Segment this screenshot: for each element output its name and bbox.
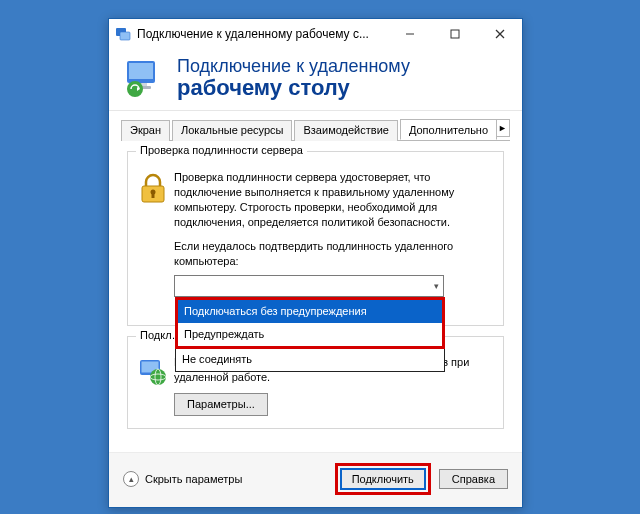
globe-monitor-icon (138, 355, 174, 416)
svg-rect-7 (129, 63, 153, 79)
rdp-logo-icon (123, 57, 167, 101)
minimize-button[interactable] (387, 19, 432, 49)
help-button[interactable]: Справка (439, 469, 508, 489)
svg-point-10 (127, 81, 143, 97)
auth-option-connect-no-warning[interactable]: Подключаться без предупреждения (178, 300, 442, 323)
hide-options-toggle[interactable]: ▴ Скрыть параметры (123, 471, 242, 487)
hide-options-label: Скрыть параметры (145, 473, 242, 485)
gateway-settings-button[interactable]: Параметры... (174, 393, 268, 416)
app-icon (115, 26, 131, 42)
chevron-up-icon: ▴ (123, 471, 139, 487)
auth-action-combo[interactable]: ▾ Подключаться без предупреждения Предуп… (174, 275, 444, 297)
tab-experience[interactable]: Взаимодействие (294, 120, 397, 141)
window-buttons (387, 19, 522, 49)
banner-line1: Подключение к удаленному (177, 57, 410, 77)
banner-line2: рабочему столу (177, 76, 410, 100)
banner-text: Подключение к удаленному рабочему столу (177, 57, 410, 101)
lock-icon (138, 170, 174, 297)
svg-rect-1 (120, 32, 130, 40)
auth-description: Проверка подлинности сервера удостоверяе… (174, 171, 454, 228)
tab-display[interactable]: Экран (121, 120, 170, 141)
tab-advanced[interactable]: Дополнительно (400, 119, 497, 140)
auth-option-warn[interactable]: Предупреждать (178, 323, 442, 346)
group-server-auth-legend: Проверка подлинности сервера (136, 144, 307, 156)
dialog-footer: ▴ Скрыть параметры Подключить Справка (109, 452, 522, 507)
rdp-dialog: Подключение к удаленному рабочему с... (108, 18, 523, 508)
svg-point-16 (150, 369, 166, 385)
titlebar: Подключение к удаленному рабочему с... (109, 19, 522, 49)
auth-action-dropdown: Подключаться без предупреждения Предупре… (175, 297, 445, 372)
svg-rect-3 (451, 30, 459, 38)
group-server-auth: Проверка подлинности сервера Проверка по… (127, 151, 504, 326)
header-banner: Подключение к удаленному рабочему столу (109, 49, 522, 111)
svg-rect-13 (152, 193, 155, 198)
maximize-button[interactable] (432, 19, 477, 49)
connect-button[interactable]: Подключить (340, 468, 426, 490)
tab-local-resources[interactable]: Локальные ресурсы (172, 120, 292, 141)
tab-panel-advanced: Проверка подлинности сервера Проверка по… (109, 141, 522, 445)
close-button[interactable] (477, 19, 522, 49)
tab-strip: Экран Локальные ресурсы Взаимодействие Д… (109, 111, 522, 141)
auth-option-do-not-connect[interactable]: Не соединять (176, 348, 444, 371)
chevron-down-icon: ▾ (434, 280, 439, 292)
window-title: Подключение к удаленному рабочему с... (137, 27, 387, 41)
connect-highlight: Подключить (335, 463, 431, 495)
auth-sub-label: Если неудалось подтвердить подлинность у… (174, 239, 493, 269)
